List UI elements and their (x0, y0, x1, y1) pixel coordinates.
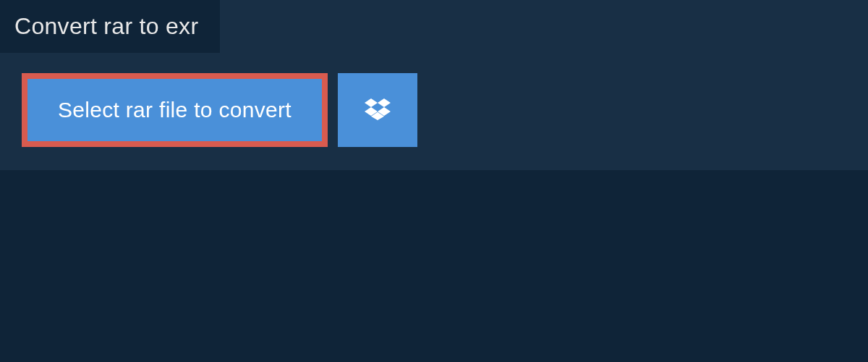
tab-title: Convert rar to exr (14, 13, 198, 39)
button-row: Select rar file to convert (0, 53, 868, 170)
select-file-label: Select rar file to convert (58, 98, 292, 122)
tab-header: Convert rar to exr (0, 0, 220, 53)
select-file-button[interactable]: Select rar file to convert (22, 73, 328, 147)
converter-panel: Convert rar to exr Select rar file to co… (0, 0, 868, 170)
dropbox-icon (365, 96, 391, 125)
dropbox-button[interactable] (338, 73, 417, 147)
